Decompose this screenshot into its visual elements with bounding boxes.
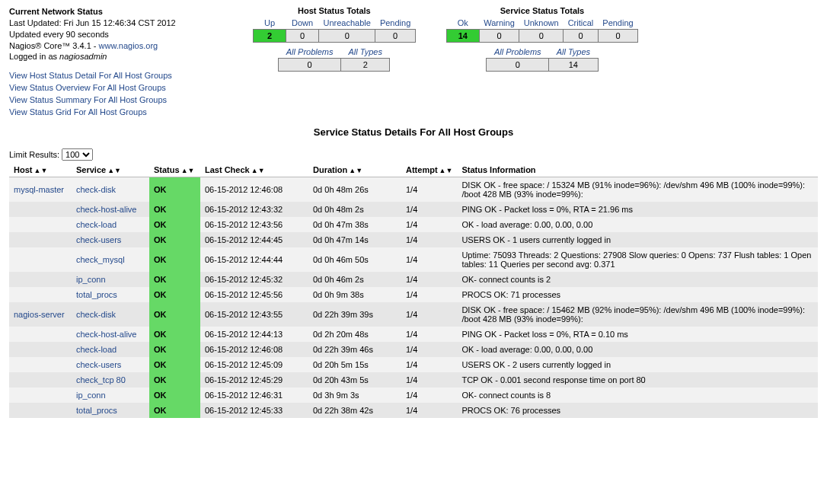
- duration-cell: 0d 0h 48m 2s: [308, 202, 401, 217]
- status-cell: OK: [149, 202, 200, 217]
- service-link[interactable]: ip_conn: [76, 391, 106, 400]
- service-cell: check-host-alive: [72, 327, 149, 342]
- sort-arrows-icon[interactable]: ▲▼: [107, 167, 121, 174]
- col-service[interactable]: Service▲▼: [72, 162, 149, 177]
- svc-pending-count[interactable]: 0: [598, 30, 637, 43]
- col-status[interactable]: Status▲▼: [149, 162, 200, 177]
- host-cell: [9, 247, 72, 272]
- col-host[interactable]: Host▲▼: [9, 162, 72, 177]
- host-cell: [9, 217, 72, 232]
- duration-cell: 0d 22h 39m 46s: [308, 342, 401, 357]
- svc-warning-count[interactable]: 0: [479, 30, 519, 43]
- attempt-cell: 1/4: [401, 403, 457, 418]
- service-link[interactable]: check_tcp 80: [76, 375, 126, 384]
- host-cell: [9, 357, 72, 372]
- sort-arrows-icon[interactable]: ▲▼: [251, 167, 265, 174]
- svc-unknown-count[interactable]: 0: [519, 30, 564, 43]
- limit-label: Limit Results:: [9, 150, 59, 159]
- host-unreach-count[interactable]: 0: [319, 30, 375, 43]
- svc-all-types-count[interactable]: 14: [549, 59, 598, 72]
- last-check-cell: 06-15-2012 12:46:08: [200, 177, 308, 202]
- host-cell: [9, 272, 72, 287]
- service-cell: check_tcp 80: [72, 372, 149, 388]
- host-totals-title: Host Status Totals: [253, 6, 416, 15]
- duration-cell: 0d 2h 20m 48s: [308, 327, 401, 342]
- host-link[interactable]: nagios-server: [14, 310, 65, 319]
- last-check-cell: 06-15-2012 12:45:29: [200, 372, 308, 388]
- host-pending-header[interactable]: Pending: [375, 17, 415, 30]
- status-info-cell: PROCS OK: 71 processes: [457, 287, 818, 302]
- sort-arrows-icon[interactable]: ▲▼: [181, 167, 195, 174]
- nav-host-detail[interactable]: View Host Status Detail For All Host Gro…: [9, 70, 222, 82]
- svc-critical-header[interactable]: Critical: [564, 17, 599, 30]
- svc-warning-header[interactable]: Warning: [479, 17, 519, 30]
- svc-all-types-header[interactable]: All Types: [549, 46, 598, 59]
- nav-status-grid[interactable]: View Status Grid For All Host Groups: [9, 107, 222, 119]
- host-pending-count[interactable]: 0: [375, 30, 415, 43]
- service-link[interactable]: check-load: [76, 220, 117, 229]
- sort-arrows-icon[interactable]: ▲▼: [349, 167, 362, 174]
- svc-unknown-header[interactable]: Unknown: [519, 17, 564, 30]
- service-link[interactable]: check-host-alive: [76, 205, 136, 214]
- host-cell: [9, 403, 72, 418]
- svc-ok-header[interactable]: Ok: [446, 17, 479, 30]
- service-cell: ip_conn: [72, 388, 149, 403]
- table-row: total_procsOK06-15-2012 12:45:330d 22h 3…: [9, 403, 818, 418]
- duration-cell: 0d 0h 46m 50s: [308, 247, 401, 272]
- last-check-cell: 06-15-2012 12:45:56: [200, 287, 308, 302]
- host-all-types-header[interactable]: All Types: [341, 46, 390, 59]
- sort-arrows-icon[interactable]: ▲▼: [439, 167, 453, 174]
- col-attempt[interactable]: Attempt▲▼: [401, 162, 457, 177]
- status-cell: OK: [149, 232, 200, 247]
- service-link[interactable]: check_mysql: [76, 255, 125, 264]
- svc-critical-count[interactable]: 0: [564, 30, 599, 43]
- service-link[interactable]: total_procs: [76, 290, 117, 299]
- service-link[interactable]: check-disk: [76, 310, 116, 319]
- host-up-header[interactable]: Up: [254, 17, 286, 30]
- host-all-problems-header[interactable]: All Problems: [279, 46, 341, 59]
- service-link[interactable]: check-load: [76, 345, 117, 354]
- col-last-check[interactable]: Last Check▲▼: [200, 162, 308, 177]
- status-info-cell: TCP OK - 0.001 second response time on p…: [457, 372, 818, 388]
- status-info-cell: OK- connect counts is 2: [457, 272, 818, 287]
- attempt-cell: 1/4: [401, 272, 457, 287]
- service-link[interactable]: check-host-alive: [76, 330, 136, 339]
- host-down-count[interactable]: 0: [286, 30, 319, 43]
- col-duration[interactable]: Duration▲▼: [308, 162, 401, 177]
- service-link[interactable]: check-users: [76, 235, 121, 244]
- table-row: nagios-servercheck-diskOK06-15-2012 12:4…: [9, 302, 818, 327]
- service-link[interactable]: ip_conn: [76, 275, 106, 284]
- host-down-header[interactable]: Down: [286, 17, 319, 30]
- service-link[interactable]: check-users: [76, 360, 121, 369]
- svc-all-problems-count[interactable]: 0: [487, 59, 549, 72]
- service-link[interactable]: check-disk: [76, 185, 116, 194]
- nav-status-summary[interactable]: View Status Summary For All Host Groups: [9, 94, 222, 107]
- svc-ok-count[interactable]: 14: [446, 30, 479, 43]
- service-link[interactable]: total_procs: [76, 406, 117, 415]
- limit-select[interactable]: 100: [62, 148, 93, 161]
- col-status-info: Status Information: [457, 162, 818, 177]
- status-cell: OK: [149, 272, 200, 287]
- host-unreach-header[interactable]: Unreachable: [319, 17, 375, 30]
- nagios-link[interactable]: www.nagios.org: [99, 41, 158, 50]
- sort-arrows-icon[interactable]: ▲▼: [34, 167, 47, 174]
- last-updated: Last Updated: Fri Jun 15 12:46:34 CST 20…: [9, 18, 176, 27]
- nav-status-overview[interactable]: View Status Overview For All Host Groups: [9, 82, 222, 94]
- host-cell: [9, 327, 72, 342]
- host-cell: [9, 388, 72, 403]
- host-link[interactable]: mysql-master: [14, 185, 64, 194]
- service-cell: total_procs: [72, 287, 149, 302]
- host-all-types-count[interactable]: 2: [341, 59, 390, 72]
- host-all-problems-count[interactable]: 0: [279, 59, 341, 72]
- status-info-cell: USERS OK - 1 users currently logged in: [457, 232, 818, 247]
- svc-all-problems-header[interactable]: All Problems: [487, 46, 549, 59]
- host-up-count[interactable]: 2: [254, 30, 286, 43]
- svc-pending-header[interactable]: Pending: [598, 17, 637, 30]
- attempt-cell: 1/4: [401, 202, 457, 217]
- host-cell: [9, 232, 72, 247]
- last-check-cell: 06-15-2012 12:45:32: [200, 272, 308, 287]
- status-cell: OK: [149, 403, 200, 418]
- status-info-cell: OK - load average: 0.00, 0.00, 0.00: [457, 217, 818, 232]
- last-check-cell: 06-15-2012 12:46:08: [200, 342, 308, 357]
- host-cell: [9, 202, 72, 217]
